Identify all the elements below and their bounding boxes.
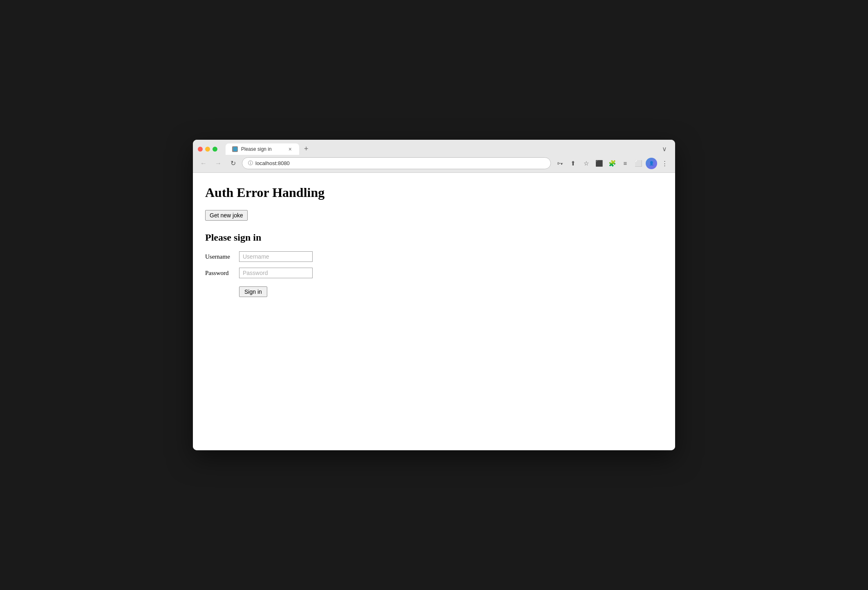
security-icon: ⓘ <box>248 160 253 167</box>
reload-button[interactable]: ↻ <box>227 158 239 169</box>
username-label: Username <box>205 253 236 260</box>
sign-in-title: Please sign in <box>205 232 663 243</box>
browser-actions: 🗝 ⬆ ☆ ⬛ 🧩 ≡ ⬜ 👤 ⋮ <box>554 158 670 169</box>
password-form-group: Password <box>205 268 663 278</box>
active-tab[interactable]: 🌐 Please sign in × <box>226 143 299 155</box>
tab-favicon-icon: 🌐 <box>232 146 238 152</box>
password-label: Password <box>205 270 236 277</box>
profile-icon: 👤 <box>649 161 654 165</box>
username-input[interactable] <box>239 251 313 262</box>
profile-button[interactable]: 👤 <box>646 158 657 169</box>
get-new-joke-button[interactable]: Get new joke <box>205 210 248 221</box>
extensions-button[interactable]: 🧩 <box>606 158 618 169</box>
address-bar-row: ← → ↻ ⓘ localhost:8080 🗝 ⬆ ☆ ⬛ 🧩 ≡ ⬜ <box>193 155 675 172</box>
username-form-group: Username <box>205 251 663 262</box>
tab-overflow-button[interactable]: ∨ <box>659 143 670 154</box>
share-button[interactable]: ⬆ <box>567 158 579 169</box>
menu-button[interactable]: ⋮ <box>659 158 670 169</box>
sign-in-button[interactable]: Sign in <box>239 286 267 297</box>
password-input[interactable] <box>239 268 313 278</box>
sign-in-button-row: Sign in <box>239 284 663 297</box>
cast-button[interactable]: ⬛ <box>593 158 605 169</box>
tab-close-button[interactable]: × <box>288 146 293 152</box>
browser-window: 🌐 Please sign in × + ∨ ← → ↻ ⓘ localhost… <box>193 140 675 450</box>
sidebar-button[interactable]: ⬜ <box>633 158 644 169</box>
new-tab-button[interactable]: + <box>301 143 312 155</box>
forward-button[interactable]: → <box>213 158 224 169</box>
minimize-window-button[interactable] <box>205 147 210 152</box>
bookmark-button[interactable]: ☆ <box>580 158 592 169</box>
back-button[interactable]: ← <box>198 158 209 169</box>
maximize-window-button[interactable] <box>213 147 217 152</box>
address-bar[interactable]: ⓘ localhost:8080 <box>242 157 551 169</box>
address-url: localhost:8080 <box>255 160 290 166</box>
tab-row: 🌐 Please sign in × + ∨ <box>193 140 675 155</box>
traffic-lights <box>198 147 217 152</box>
page-content: Auth Error Handling Get new joke Please … <box>193 173 675 450</box>
page-main-title: Auth Error Handling <box>205 185 663 200</box>
reading-list-button[interactable]: ≡ <box>620 158 631 169</box>
title-bar: 🌐 Please sign in × + ∨ ← → ↻ ⓘ localhost… <box>193 140 675 173</box>
tab-title-text: Please sign in <box>241 146 284 152</box>
key-icon[interactable]: 🗝 <box>554 158 566 169</box>
close-window-button[interactable] <box>198 147 203 152</box>
